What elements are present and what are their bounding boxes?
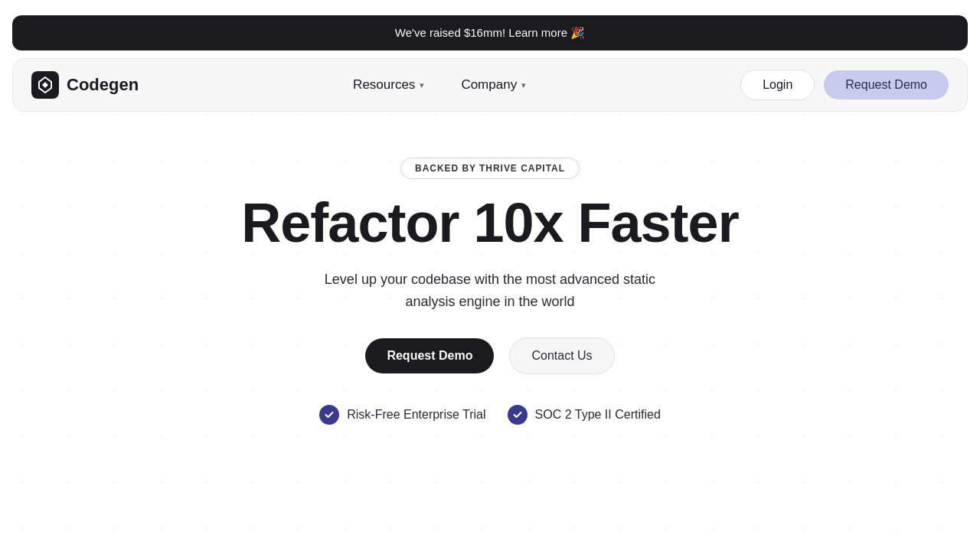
hero-badge: BACKED BY THRIVE CAPITAL <box>400 158 580 179</box>
nav-actions: Login Request Demo <box>740 70 949 100</box>
check-icon-soc <box>508 405 528 425</box>
request-demo-hero-button[interactable]: Request Demo <box>365 338 494 373</box>
nav-resources-label: Resources <box>353 77 415 93</box>
hero-buttons: Request Demo Contact Us <box>365 337 614 374</box>
trust-item-trial: Risk-Free Enterprise Trial <box>319 405 485 425</box>
nav-links: Resources ▾ Company ▾ <box>338 71 541 99</box>
announcement-text: We've raised $16mm! Learn more 🎉 <box>395 26 585 39</box>
nav-item-resources[interactable]: Resources ▾ <box>338 71 439 99</box>
trust-badges: Risk-Free Enterprise Trial SOC 2 Type II… <box>319 405 661 425</box>
logo[interactable]: Codegen <box>31 71 139 99</box>
login-button[interactable]: Login <box>740 70 815 100</box>
chevron-down-icon: ▾ <box>521 80 526 90</box>
check-icon-trial <box>319 405 339 425</box>
hero-subtitle: Level up your codebase with the most adv… <box>299 269 681 313</box>
chevron-down-icon: ▾ <box>420 80 424 90</box>
nav-company-label: Company <box>461 77 517 93</box>
hero-section: BACKED BY THRIVE CAPITAL Refactor 10x Fa… <box>241 158 738 425</box>
logo-icon <box>31 71 59 99</box>
navbar: Codegen Resources ▾ Company ▾ Login Requ… <box>12 58 968 112</box>
announcement-banner[interactable]: We've raised $16mm! Learn more 🎉 <box>12 15 968 51</box>
contact-us-button[interactable]: Contact Us <box>509 337 614 374</box>
hero-title: Refactor 10x Faster <box>241 193 738 253</box>
logo-text: Codegen <box>67 75 139 95</box>
trust-item-soc: SOC 2 Type II Certified <box>508 405 661 425</box>
request-demo-nav-button[interactable]: Request Demo <box>824 70 949 99</box>
trust-soc-label: SOC 2 Type II Certified <box>535 408 661 422</box>
trust-trial-label: Risk-Free Enterprise Trial <box>347 408 485 422</box>
nav-item-company[interactable]: Company ▾ <box>446 71 541 99</box>
